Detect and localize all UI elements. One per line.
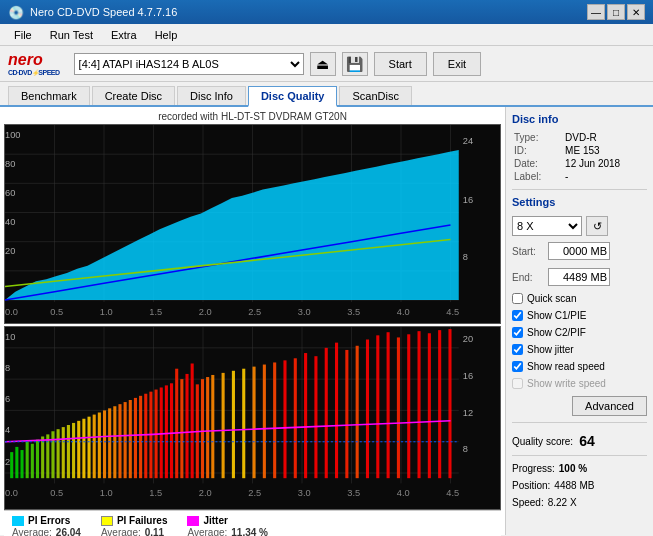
quick-scan-checkbox[interactable] — [512, 293, 523, 304]
svg-text:3.0: 3.0 — [298, 307, 311, 317]
svg-text:2: 2 — [5, 457, 10, 467]
svg-text:4.5: 4.5 — [446, 307, 459, 317]
svg-rect-109 — [418, 331, 421, 478]
close-button[interactable]: ✕ — [627, 4, 645, 20]
svg-text:1.0: 1.0 — [100, 307, 113, 317]
show-c1pie-label: Show C1/PIE — [527, 310, 586, 321]
svg-rect-57 — [46, 434, 49, 478]
tab-benchmark[interactable]: Benchmark — [8, 86, 90, 105]
svg-text:0.0: 0.0 — [5, 307, 18, 317]
show-write-speed-checkbox — [512, 378, 523, 389]
show-read-speed-checkbox[interactable] — [512, 361, 523, 372]
speed-row: Speed: 8.22 X — [512, 497, 647, 508]
end-input[interactable] — [548, 268, 610, 286]
svg-rect-60 — [62, 427, 65, 478]
legend-jitter: Jitter Average: 11.34 % Maximum: 13.1 % … — [187, 515, 268, 536]
disc-label-row: Label: - — [512, 170, 647, 183]
pi-avg-label: Average: — [12, 527, 52, 536]
menu-run-test[interactable]: Run Test — [42, 27, 101, 43]
pi-failures-label: PI Failures — [117, 515, 168, 526]
minimize-button[interactable]: — — [587, 4, 605, 20]
show-c1pie-checkbox[interactable] — [512, 310, 523, 321]
start-input[interactable] — [548, 242, 610, 260]
disc-type-row: Type: DVD-R — [512, 131, 647, 144]
svg-rect-69 — [108, 408, 111, 478]
svg-rect-105 — [376, 335, 379, 478]
show-jitter-label: Show jitter — [527, 344, 574, 355]
svg-rect-99 — [314, 356, 317, 478]
svg-rect-51 — [15, 447, 18, 478]
quick-scan-row: Quick scan — [512, 293, 647, 304]
start-field-row: Start: — [512, 242, 647, 260]
eject-button[interactable]: ⏏ — [310, 52, 336, 76]
right-panel: Disc info Type: DVD-R ID: ME 153 Date: 1… — [505, 107, 653, 535]
svg-rect-52 — [20, 450, 23, 478]
start-button[interactable]: Start — [374, 52, 427, 76]
svg-rect-107 — [397, 337, 400, 478]
svg-rect-58 — [51, 431, 54, 478]
speed-selector[interactable]: 8 X — [512, 216, 582, 236]
app-icon: 💿 — [8, 5, 24, 20]
svg-rect-106 — [387, 332, 390, 478]
svg-rect-82 — [175, 369, 178, 478]
maximize-button[interactable]: □ — [607, 4, 625, 20]
pie-chart-svg: 100 80 60 40 20 24 16 8 0.0 0.5 1.0 1.5 … — [5, 125, 500, 323]
show-c2pif-label: Show C2/PIF — [527, 327, 586, 338]
disc-info-table: Type: DVD-R ID: ME 153 Date: 12 Jun 2018… — [512, 131, 647, 183]
pif-avg-value: 0.11 — [145, 527, 164, 536]
svg-text:60: 60 — [5, 188, 15, 198]
disc-label-label: Label: — [512, 170, 563, 183]
svg-rect-96 — [283, 360, 286, 478]
speed-refresh-icon[interactable]: ↺ — [586, 216, 608, 236]
svg-rect-97 — [294, 358, 297, 478]
svg-rect-54 — [31, 444, 34, 478]
jitter-color-box — [187, 516, 199, 526]
menu-help[interactable]: Help — [147, 27, 186, 43]
disc-id-row: ID: ME 153 — [512, 144, 647, 157]
title-bar: 💿 Nero CD-DVD Speed 4.7.7.16 — □ ✕ — [0, 0, 653, 24]
main-content: recorded with HL-DT-ST DVDRAM GT20N — [0, 107, 653, 535]
nero-sub-text: CD·DVD⚡SPEED — [8, 69, 60, 76]
svg-rect-72 — [124, 402, 127, 478]
exit-button[interactable]: Exit — [433, 52, 481, 76]
svg-rect-89 — [211, 375, 214, 478]
svg-rect-66 — [93, 415, 96, 479]
jitter-label: Jitter — [203, 515, 227, 526]
svg-rect-84 — [185, 374, 188, 478]
advanced-button[interactable]: Advanced — [572, 396, 647, 416]
chart-area: recorded with HL-DT-ST DVDRAM GT20N — [0, 107, 505, 535]
svg-text:2.5: 2.5 — [248, 488, 261, 498]
tab-create-disc[interactable]: Create Disc — [92, 86, 175, 105]
show-jitter-checkbox[interactable] — [512, 344, 523, 355]
menu-file[interactable]: File — [6, 27, 40, 43]
tab-disc-quality[interactable]: Disc Quality — [248, 86, 338, 107]
svg-text:1.5: 1.5 — [149, 307, 162, 317]
svg-rect-73 — [129, 400, 132, 478]
svg-rect-110 — [428, 333, 431, 478]
svg-text:20: 20 — [463, 333, 473, 343]
quality-score-value: 64 — [579, 433, 595, 449]
tab-bar: Benchmark Create Disc Disc Info Disc Qua… — [0, 82, 653, 107]
progress-value: 100 % — [559, 463, 587, 474]
svg-rect-93 — [253, 367, 256, 479]
tab-disc-info[interactable]: Disc Info — [177, 86, 246, 105]
svg-text:8: 8 — [463, 444, 468, 454]
nero-logo: nero CD·DVD⚡SPEED — [8, 51, 60, 76]
divider-1 — [512, 189, 647, 190]
save-button[interactable]: 💾 — [342, 52, 368, 76]
pif-avg-label: Average: — [101, 527, 141, 536]
drive-selector[interactable]: [4:4] ATAPI iHAS124 B AL0S — [74, 53, 304, 75]
show-c2pif-checkbox[interactable] — [512, 327, 523, 338]
speed-value: 8.22 X — [548, 497, 577, 508]
menu-extra[interactable]: Extra — [103, 27, 145, 43]
svg-text:10: 10 — [5, 331, 15, 341]
svg-text:4.0: 4.0 — [397, 488, 410, 498]
show-jitter-row: Show jitter — [512, 344, 647, 355]
type-value: DVD-R — [563, 131, 647, 144]
type-label: Type: — [512, 131, 563, 144]
id-label: ID: — [512, 144, 563, 157]
tab-scandisc[interactable]: ScanDisc — [339, 86, 411, 105]
date-value: 12 Jun 2018 — [563, 157, 647, 170]
svg-rect-100 — [325, 348, 328, 478]
svg-rect-79 — [160, 387, 163, 478]
